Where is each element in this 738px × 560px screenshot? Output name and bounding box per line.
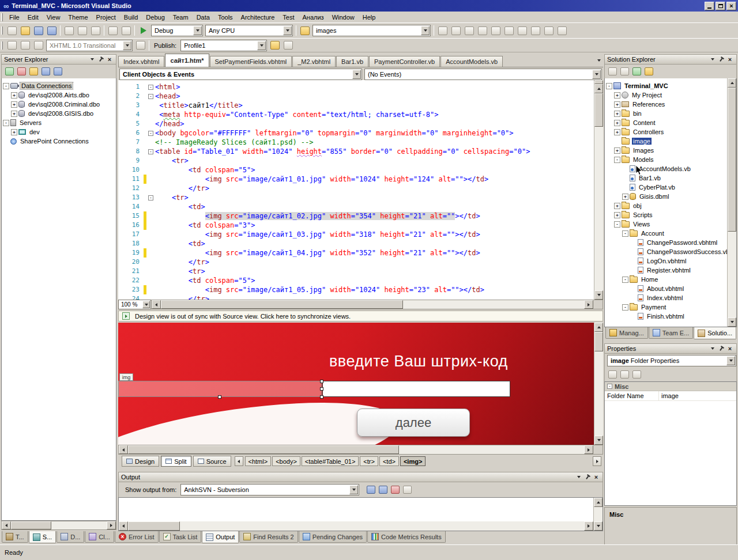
barcode-input-slice[interactable] <box>322 381 510 397</box>
server-explorer-close-icon[interactable]: × <box>106 56 114 63</box>
menu-team[interactable]: Team <box>169 12 193 22</box>
solution-item-image[interactable]: image <box>605 137 736 146</box>
breadcrumb-tr[interactable]: <tr> <box>360 456 378 466</box>
breadcrumb-td[interactable]: <td> <box>379 456 399 466</box>
event-combo-dropdown-icon[interactable] <box>592 70 601 79</box>
solution-item-changepassword.vbhtml[interactable]: ChangePassword.vbhtml <box>605 238 736 247</box>
split-view-button[interactable]: Split <box>161 456 191 467</box>
source-code-editor[interactable]: 1-<html>2-<head>3 <title>сайт1</title>4 … <box>118 80 603 300</box>
pr-alphabetical-icon[interactable] <box>619 369 631 380</box>
solution-item-gisis.dbml[interactable]: +Gisis.dbml <box>605 192 736 201</box>
breadcrumb-body[interactable]: <body> <box>272 456 300 466</box>
sx-properties-icon[interactable] <box>607 66 619 77</box>
code-line-3[interactable]: 3 <title>сайт1</title> <box>118 101 594 110</box>
menu-debug[interactable]: Debug <box>142 12 168 22</box>
solution-item-bar1.vb[interactable]: Bar1.vb <box>605 173 736 183</box>
right-tab-solutio...[interactable]: Solutio... <box>694 327 736 339</box>
code-line-6[interactable]: 6-<body bgcolor="#FFFFFF" leftmargin="0"… <box>118 128 594 138</box>
out-word-wrap-icon[interactable] <box>401 484 413 495</box>
code-line-7[interactable]: 7<!-- ImageReady Slices (сайт1.psd) --> <box>118 138 594 147</box>
solution-item-content[interactable]: +Content <box>605 118 736 127</box>
tb-comment-lines-icon[interactable] <box>18 39 32 52</box>
editor-tab-bar1.vb[interactable]: Bar1.vb <box>336 56 368 67</box>
window-tab-code-metrics-results[interactable]: Code Metrics Results <box>367 531 446 543</box>
tb-toolbox-icon[interactable] <box>515 24 529 37</box>
menu-view[interactable]: View <box>43 12 65 22</box>
server-item-dev-sql2008.criminal.dbo[interactable]: +dev\sql2008.Criminal.dbo <box>2 100 116 109</box>
menu-edit[interactable]: Edit <box>24 12 43 22</box>
tb-uncomment-lines-icon[interactable] <box>32 39 45 52</box>
editor-vscrollbar[interactable] <box>594 80 603 300</box>
selected-img-element[interactable] <box>118 381 322 397</box>
solution-item-logon.vbhtml[interactable]: LogOn.vbhtml <box>605 256 736 266</box>
properties-menu-icon[interactable] <box>709 345 717 353</box>
server-explorer-hscrollbar[interactable] <box>1 521 116 530</box>
debug-configuration-combo[interactable]: Debug <box>151 25 203 36</box>
solution-item-my-project[interactable]: +My Project <box>605 90 736 100</box>
menu-анализ[interactable]: Анализ <box>298 12 327 22</box>
output-source-combo[interactable]: AnkhSVN - Subversion <box>180 484 359 495</box>
code-line-22[interactable]: 22 <td colspan="5"> <box>118 276 594 285</box>
code-lines[interactable]: 1-<html>2-<head>3 <title>сайт1</title>4 … <box>118 80 594 300</box>
code-line-4[interactable]: 4 <meta http-equiv="Content-Type" conten… <box>118 110 594 119</box>
close-button[interactable]: × <box>726 2 736 10</box>
resize-handle[interactable] <box>218 395 221 399</box>
object-combo-dropdown-icon[interactable] <box>352 70 361 79</box>
output-source-dropdown-icon[interactable] <box>349 485 358 494</box>
code-line-1[interactable]: 1-<html> <box>118 82 594 92</box>
doctype-combo[interactable]: XHTML 1.0 Transitional <box>46 40 133 51</box>
server-explorer-header[interactable]: Server Explorer × <box>1 54 116 65</box>
sx-refresh-icon[interactable] <box>631 66 643 77</box>
code-line-23[interactable]: 23 <img src="image/сайт1_05.jpg" width="… <box>118 285 594 294</box>
solution-item-accountmodels.vb[interactable]: AccountModels.vb <box>605 164 736 173</box>
tb-cut-icon[interactable] <box>62 24 76 37</box>
tb-redo-icon[interactable] <box>119 24 133 37</box>
tb-add-item-icon[interactable] <box>5 24 18 37</box>
solution-explorer-close-icon[interactable]: × <box>726 56 734 63</box>
menu-theme[interactable]: Theme <box>64 12 92 22</box>
solution-item-changepasswordsuccess.vbhtml[interactable]: ChangePasswordSuccess.vbhtml <box>605 247 736 256</box>
tb-save-all-icon[interactable] <box>45 24 58 37</box>
tb-command-window-icon[interactable] <box>502 24 515 37</box>
code-line-21[interactable]: 21 <tr> <box>118 267 594 276</box>
code-line-18[interactable]: 18 <td> <box>118 239 594 248</box>
pr-categorized-icon[interactable] <box>607 369 619 380</box>
restore-button[interactable] <box>716 2 725 10</box>
code-line-15[interactable]: 15 <img src="image/сайт1_02.jpg" width="… <box>118 211 594 221</box>
code-line-9[interactable]: 9 <tr> <box>118 156 594 165</box>
server-item-dev-sql2008.gisis.dbo[interactable]: +dev\sql2008.GISIS.dbo <box>2 109 116 118</box>
server-item-dev-sql2008.airts.dbo[interactable]: +dev\sql2008.Airts.dbo <box>2 90 116 100</box>
tb-format-document-icon[interactable] <box>5 39 18 52</box>
window-tab-error-list[interactable]: Error List <box>115 531 159 543</box>
se-refresh-icon[interactable] <box>3 66 16 77</box>
solution-item-finish.vbhtml[interactable]: Finish.vbhtml <box>605 312 736 321</box>
breadcrumb-html[interactable]: <html> <box>245 456 272 466</box>
solution-item-terminal_mvc[interactable]: -Terminal_MVC <box>605 81 736 90</box>
code-line-12[interactable]: 12 </tr> <box>118 184 594 193</box>
window-tab-s...[interactable]: S... <box>29 531 57 543</box>
editor-tab-accountmodels.vb[interactable]: AccountModels.vb <box>440 56 503 67</box>
output-vscrollbar[interactable] <box>593 498 603 531</box>
window-tab-find-results-2[interactable]: Find Results 2 <box>239 531 298 543</box>
publish-profile-combo[interactable]: Profile1 <box>180 40 267 51</box>
output-hscrollbar[interactable] <box>119 521 593 531</box>
solution-item-scripts[interactable]: +Scripts <box>605 210 736 220</box>
se-add-server-icon[interactable] <box>40 66 52 77</box>
zoom-dropdown-icon[interactable] <box>142 301 150 308</box>
out-go-next-message-icon[interactable] <box>377 484 389 495</box>
output-menu-icon[interactable] <box>575 474 583 481</box>
title-bar[interactable]: ∞ Terminal_MVC - Microsoft Visual Studio… <box>0 0 738 12</box>
code-line-13[interactable]: 13- <tr> <box>118 193 594 202</box>
design-view[interactable]: введите Ваш штрих-код img далее <box>118 323 603 445</box>
menu-data[interactable]: Data <box>193 12 214 22</box>
editor-tab-paymentcontroller.vb[interactable]: PaymentController.vb <box>369 56 440 67</box>
solution-explorer-pin-icon[interactable] <box>717 56 725 63</box>
code-line-5[interactable]: 5</head> <box>118 119 594 128</box>
solution-explorer-header[interactable]: Solution Explorer × <box>604 54 737 65</box>
breadcrumb-img[interactable]: <img> <box>400 456 426 466</box>
design-hscrollbar[interactable] <box>118 445 603 455</box>
code-line-2[interactable]: 2-<head> <box>118 92 594 101</box>
code-line-20[interactable]: 20 </tr> <box>118 258 594 267</box>
solution-item-payment[interactable]: -Payment <box>605 302 736 312</box>
property-value-folder-name[interactable]: image <box>659 391 736 400</box>
